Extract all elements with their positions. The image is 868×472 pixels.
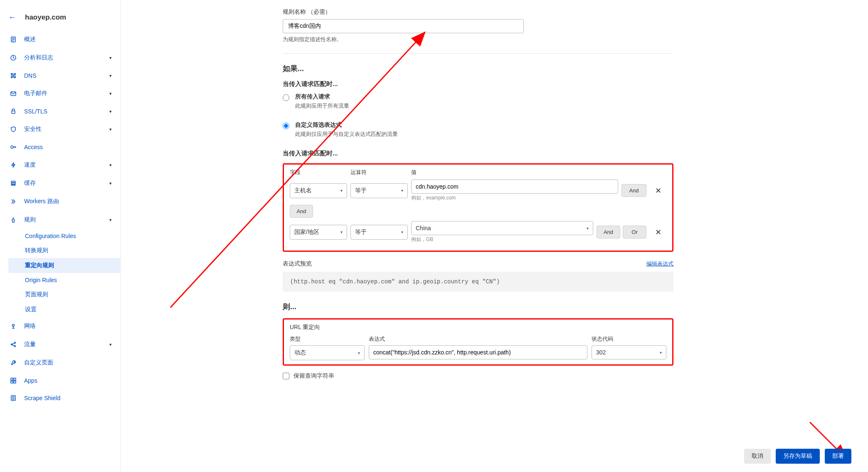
sidebar-item-overview[interactable]: 概述	[0, 30, 120, 49]
expression-preview-row: 表达式预览 编辑表达式	[283, 260, 673, 268]
sub-nav-page-rules[interactable]: 页面规则	[25, 287, 120, 302]
sub-nav-origin-rules[interactable]: Origin Rules	[25, 273, 120, 287]
sidebar-item-label: 速度	[24, 161, 36, 169]
operator-select-1[interactable]: 等于▾	[350, 183, 408, 198]
field-select-2[interactable]: 国家/地区▾	[290, 225, 347, 240]
sidebar-item-scrape-shield[interactable]: Scrape Shield	[0, 389, 120, 407]
edit-expression-link[interactable]: 编辑表达式	[646, 260, 673, 268]
sidebar-item-cache[interactable]: 缓存 ▾	[0, 174, 120, 192]
cancel-button[interactable]: 取消	[744, 449, 771, 464]
svg-point-20	[12, 324, 15, 327]
and-button-1[interactable]: And	[621, 184, 646, 197]
sidebar-item-security[interactable]: 安全性 ▾	[0, 120, 120, 138]
svg-point-23	[15, 346, 16, 347]
and-join-button[interactable]: And	[290, 205, 313, 218]
rule-name-label: 规则名称 （必需）	[283, 8, 673, 16]
chevron-down-icon: ▾	[358, 351, 360, 355]
sub-nav-settings[interactable]: 设置	[25, 302, 120, 317]
sidebar-item-apps[interactable]: Apps	[0, 372, 120, 389]
radio-custom-input[interactable]	[283, 123, 289, 129]
stack-icon	[8, 180, 18, 187]
keep-query-checkbox-row[interactable]: 保留查询字符串	[283, 372, 673, 380]
svg-point-7	[11, 77, 12, 78]
field-select-1[interactable]: 主机名▾	[290, 183, 347, 198]
chevron-down-icon: ▾	[109, 217, 112, 223]
sidebar-item-ssl[interactable]: SSL/TLS ▾	[0, 103, 120, 120]
deploy-button[interactable]: 部署	[825, 449, 851, 464]
chevron-down-icon: ▾	[109, 127, 112, 132]
then-section-title: 则...	[283, 302, 673, 312]
sidebar-item-label: Workers 路由	[24, 198, 59, 205]
sub-nav-config-rules[interactable]: Configuration Rules	[25, 229, 120, 243]
or-button-2[interactable]: Or	[623, 226, 646, 238]
col-value-label: 值	[411, 169, 618, 176]
shield-icon	[8, 126, 18, 133]
file-icon	[8, 36, 18, 43]
wrench-icon	[8, 359, 18, 366]
svg-line-25	[12, 345, 15, 346]
divider	[283, 53, 673, 54]
sidebar-item-label: 安全性	[24, 125, 42, 133]
filter-header-row: 字段 运算符 值	[290, 169, 666, 176]
sidebar-item-label: Access	[24, 144, 43, 150]
svg-point-21	[11, 344, 12, 345]
radio-all-requests[interactable]: 所有传入请求 此规则应用于所有流量	[283, 93, 673, 110]
sub-nav-redirect-rules[interactable]: 重定向规则	[8, 258, 120, 273]
expression-preview: (http.host eq "cdn.haoyep.com" and ip.ge…	[283, 272, 673, 292]
rule-name-help: 为规则指定描述性名称。	[283, 36, 673, 43]
rule-name-input[interactable]	[283, 19, 524, 33]
sidebar-item-email[interactable]: 电子邮件 ▾	[0, 84, 120, 103]
value-select-2[interactable]: China▾	[411, 221, 593, 235]
url-redirect-box: URL 重定向 类型 动态▾ 表达式 状态代码 302▾	[283, 318, 673, 366]
expression-input[interactable]	[369, 345, 587, 359]
example-text-2: 例如，GB	[411, 236, 593, 243]
filter-row-1: 主机名▾ 等于▾ 例如，example.com And ✕	[290, 179, 666, 202]
chevron-down-icon: ▾	[401, 230, 403, 234]
and-button-2[interactable]: And	[597, 226, 620, 238]
sub-nav-transform-rules[interactable]: 转换规则	[25, 243, 120, 258]
keep-query-label: 保留查询字符串	[293, 372, 334, 380]
svg-rect-28	[11, 381, 13, 383]
remove-row-1-icon[interactable]: ✕	[650, 186, 666, 195]
type-select[interactable]: 动态▾	[290, 345, 365, 360]
sidebar-item-label: DNS	[24, 72, 37, 79]
sidebar-item-access[interactable]: Access	[0, 138, 120, 156]
sidebar-item-workers[interactable]: Workers 路由	[0, 192, 120, 211]
sidebar-item-speed[interactable]: 速度 ▾	[0, 156, 120, 174]
sidebar-item-network[interactable]: 网络	[0, 317, 120, 335]
sidebar-item-label: SSL/TLS	[24, 108, 47, 115]
sidebar-item-label: 概述	[24, 36, 36, 43]
value-input-1[interactable]	[411, 179, 618, 194]
if-section-title: 如果...	[283, 64, 673, 74]
traffic-icon	[8, 341, 18, 348]
svg-rect-27	[14, 378, 16, 380]
chevron-down-icon: ▾	[109, 342, 112, 347]
keep-query-checkbox[interactable]	[283, 373, 289, 379]
sidebar-item-dns[interactable]: DNS ▾	[0, 67, 120, 84]
sidebar-item-custom-pages[interactable]: 自定义页面	[0, 354, 120, 372]
svg-line-24	[12, 343, 15, 344]
lock-icon	[8, 108, 18, 115]
sidebar-item-analytics[interactable]: 分析和日志 ▾	[0, 49, 120, 67]
svg-point-8	[15, 77, 16, 78]
radio-custom-label: 自定义筛选表达式	[295, 121, 398, 129]
svg-point-6	[15, 74, 16, 75]
col-operator-label: 运算符	[350, 169, 408, 176]
sidebar-item-traffic[interactable]: 流量 ▾	[0, 335, 120, 354]
save-draft-button[interactable]: 另存为草稿	[776, 449, 820, 464]
radio-all-input[interactable]	[283, 94, 289, 101]
back-arrow-icon[interactable]: ←	[8, 12, 17, 22]
remove-row-2-icon[interactable]: ✕	[650, 228, 666, 237]
status-code-label: 状态代码	[592, 335, 666, 343]
chevron-down-icon: ▾	[401, 188, 403, 193]
sidebar-item-label: 网络	[24, 322, 36, 330]
svg-point-5	[11, 74, 12, 75]
chevron-down-icon: ▾	[109, 162, 112, 168]
radio-custom-filter[interactable]: 自定义筛选表达式 此规则仅应用于与自定义表达式匹配的流量	[283, 121, 673, 138]
operator-select-2[interactable]: 等于▾	[350, 225, 408, 240]
sidebar-item-rules[interactable]: 规则 ▾	[0, 211, 120, 229]
sidebar: ← haoyep.com 概述 分析和日志 ▾ DNS ▾	[0, 0, 121, 472]
status-code-select[interactable]: 302▾	[592, 345, 666, 359]
sidebar-item-label: 分析和日志	[24, 54, 53, 61]
scrape-icon	[8, 395, 18, 401]
